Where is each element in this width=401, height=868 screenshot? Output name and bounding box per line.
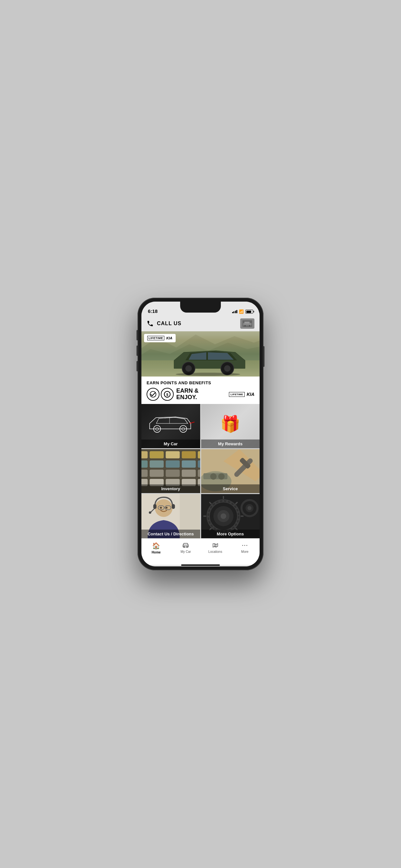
- wifi-icon: 📶: [239, 309, 244, 314]
- svg-point-12: [224, 365, 230, 372]
- dollar-circle-icon: $: [161, 388, 174, 401]
- nav-item-my-car[interactable]: My Car: [171, 542, 201, 554]
- power-button[interactable]: [264, 346, 265, 367]
- menu-grid: My Car 🎁 My Rewards: [142, 404, 259, 538]
- kia-logo-small: KIA: [247, 392, 254, 397]
- notch: [180, 302, 221, 313]
- hero-logo-badge: LIFETIME KIA: [144, 334, 176, 342]
- my-rewards-label-bar: My Rewards: [201, 439, 260, 448]
- menu-item-more-options[interactable]: More Options: [201, 494, 260, 538]
- status-icons: 📶: [232, 309, 253, 314]
- home-indicator: [142, 565, 259, 566]
- signal-icon: [232, 310, 238, 313]
- contact-label-bar: Contact Us / Directions: [142, 530, 200, 538]
- phone-frame: 6:18 📶 CALL US: [137, 298, 264, 570]
- lifetime-logo: LIFETIME: [147, 336, 164, 340]
- svg-point-4: [249, 325, 250, 327]
- svg-point-10: [185, 365, 192, 372]
- earn-logos: LIFETIME KIA: [229, 392, 254, 397]
- svg-point-90: [242, 545, 243, 546]
- more-options-label: More Options: [217, 531, 244, 536]
- svg-rect-2: [244, 321, 250, 323]
- earn-content: $ EARN &ENJOY. LIFETIME KIA: [147, 388, 254, 401]
- my-car-label-bar: My Car: [142, 439, 200, 448]
- my-car-nav-label: My Car: [181, 550, 191, 554]
- gift-icon: 🎁: [220, 415, 240, 434]
- more-nav-label: More: [241, 550, 249, 554]
- menu-item-my-rewards[interactable]: 🎁 My Rewards: [201, 404, 260, 448]
- battery-icon: [245, 310, 253, 314]
- inventory-label-bar: Inventory: [142, 485, 200, 493]
- call-us-bar[interactable]: CALL US: [142, 316, 259, 331]
- lifetime-badge: LIFETIME: [229, 392, 245, 397]
- call-us-thumbnail: [240, 318, 254, 329]
- more-options-label-bar: More Options: [201, 530, 260, 538]
- my-car-label: My Car: [164, 441, 178, 446]
- svg-point-92: [246, 545, 247, 546]
- volume-up-button[interactable]: [136, 330, 137, 340]
- call-us-left: CALL US: [147, 320, 181, 327]
- service-label-bar: Service: [201, 485, 260, 493]
- home-nav-icon: 🏠: [152, 542, 160, 550]
- hero-car: [164, 341, 255, 376]
- menu-item-contact-us[interactable]: Contact Us / Directions: [142, 494, 200, 538]
- locations-nav-label: Locations: [208, 550, 222, 554]
- checkmark-circle-icon: [147, 388, 159, 401]
- svg-point-13: [176, 373, 240, 376]
- hero-section: LIFETIME KIA: [142, 331, 259, 376]
- my-car-outline-icon: [146, 414, 196, 434]
- my-rewards-label: My Rewards: [218, 441, 243, 446]
- svg-point-3: [244, 325, 246, 327]
- nav-item-locations[interactable]: Locations: [201, 542, 230, 554]
- service-label: Service: [223, 486, 238, 491]
- locations-nav-icon: [212, 542, 219, 549]
- nav-item-more[interactable]: More: [230, 542, 260, 554]
- silent-switch[interactable]: [136, 361, 137, 371]
- phone-screen: 6:18 📶 CALL US: [142, 302, 259, 566]
- nav-item-home[interactable]: 🏠 Home: [142, 542, 171, 554]
- more-nav-icon: [241, 542, 248, 549]
- menu-item-inventory[interactable]: Inventory: [142, 449, 200, 493]
- svg-text:$: $: [166, 393, 168, 397]
- menu-item-service[interactable]: Service: [201, 449, 260, 493]
- thumbnail-car-icon: [243, 320, 252, 327]
- earn-icons: $: [147, 388, 174, 401]
- contact-label: Contact Us / Directions: [148, 531, 194, 536]
- bottom-nav: 🏠 Home My Car Locations: [142, 538, 259, 565]
- earn-section: EARN POINTS AND BENEFITS $: [142, 376, 259, 404]
- home-pill: [181, 564, 220, 566]
- status-time: 6:18: [148, 308, 158, 314]
- my-car-nav-icon: [182, 542, 189, 549]
- earn-title: EARN POINTS AND BENEFITS: [147, 380, 254, 385]
- kia-logo-hero: KIA: [166, 336, 173, 340]
- home-nav-label: Home: [152, 551, 161, 554]
- call-us-label: CALL US: [157, 321, 181, 327]
- volume-down-button[interactable]: [136, 345, 137, 356]
- earn-enjoy-text: EARN &ENJOY.: [176, 388, 226, 401]
- inventory-label: Inventory: [161, 486, 180, 491]
- earn-enjoy-block: EARN &ENJOY.: [176, 388, 226, 401]
- phone-icon: [147, 320, 154, 327]
- svg-point-91: [244, 545, 245, 546]
- menu-item-my-car[interactable]: My Car: [142, 404, 200, 448]
